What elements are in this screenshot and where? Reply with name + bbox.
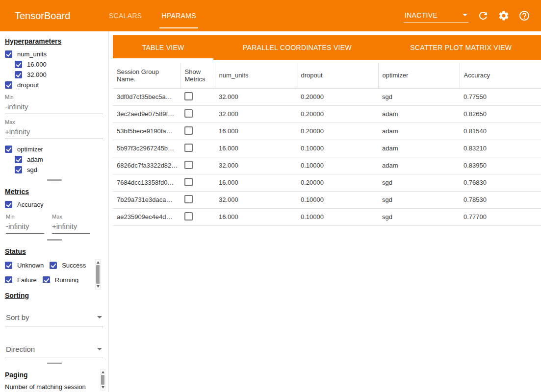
direction-select[interactable]: Direction: [5, 342, 103, 358]
show-metrics-checkbox[interactable]: [184, 144, 193, 152]
help-icon[interactable]: [518, 10, 530, 22]
status-failure-checkbox[interactable]: [5, 276, 12, 283]
dropout-cell: 0.10000: [297, 157, 378, 174]
reload-status-select[interactable]: INACTIVE: [404, 9, 468, 23]
num-units-32-checkbox[interactable]: [15, 71, 22, 78]
tab-hparams[interactable]: HPARAMS: [161, 0, 196, 31]
hparam-optimizer[interactable]: optimizer: [5, 144, 103, 154]
hyperparameters-heading: Hyperparameters: [5, 37, 103, 45]
show-metrics-cell: [180, 157, 215, 174]
accuracy-cell: 0.77550: [460, 88, 541, 105]
chevron-down-icon: [463, 14, 467, 16]
optimizer-checkbox[interactable]: [5, 146, 12, 153]
accuracy-checkbox[interactable]: [5, 201, 12, 208]
hparam-num-units-value-16[interactable]: 16.000: [15, 59, 103, 70]
show-metrics-checkbox[interactable]: [184, 178, 193, 186]
optimizer-sgd-checkbox[interactable]: [15, 166, 22, 173]
status-failure[interactable]: Failure: [5, 275, 37, 283]
dropout-cell: 0.20000: [297, 88, 378, 105]
scrollbar-thumb[interactable]: [101, 375, 104, 385]
gear-icon[interactable]: [498, 10, 510, 22]
metric-max-input[interactable]: [52, 220, 90, 234]
column-header-dropout[interactable]: dropout: [297, 63, 378, 88]
status-scrollbar[interactable]: [95, 259, 101, 290]
paging-heading: Paging: [5, 371, 98, 379]
num-units-16-checkbox[interactable]: [15, 61, 22, 68]
optimizer-cell: sgd: [378, 191, 460, 208]
section-resize-handle[interactable]: [0, 176, 108, 184]
show-metrics-cell: [180, 88, 215, 105]
metric-min-label: Min: [6, 214, 44, 220]
tab-parallel-coordinates-view[interactable]: PARALLEL COORDINATES VIEW: [213, 35, 381, 60]
scroll-up-icon[interactable]: [102, 371, 104, 373]
metric-max-group: Max: [52, 214, 90, 234]
show-metrics-checkbox[interactable]: [184, 212, 193, 220]
optimizer-cell: adam: [378, 122, 460, 140]
column-header-num-units[interactable]: num_units: [215, 63, 297, 88]
status-unknown-label: Unknown: [17, 262, 44, 269]
status-running[interactable]: Running: [43, 275, 78, 283]
status-options: Unknown Success Failure Running: [5, 259, 93, 283]
metric-min-input[interactable]: [6, 220, 44, 234]
accuracy-cell: 0.76830: [460, 174, 541, 191]
column-header-show-metrics[interactable]: Show Metrics: [180, 63, 215, 88]
table-body: 3df0d7cf35bec5a…32.0000.20000sgd0.775503…: [113, 88, 541, 225]
hparam-dropout[interactable]: dropout: [5, 80, 103, 90]
num-units-checkbox[interactable]: [5, 50, 12, 58]
dropout-min-group: Min: [5, 94, 103, 114]
status-unknown[interactable]: Unknown: [5, 260, 44, 270]
optimizer-cell: sgd: [378, 174, 460, 191]
dropout-cell: 0.20000: [297, 122, 378, 140]
status-running-checkbox[interactable]: [43, 276, 50, 283]
show-metrics-checkbox[interactable]: [184, 161, 193, 169]
section-resize-handle[interactable]: [0, 236, 108, 244]
show-metrics-checkbox[interactable]: [184, 195, 193, 203]
optimizer-label: optimizer: [17, 146, 43, 153]
paging-scrollbar[interactable]: [100, 369, 105, 391]
hparam-num-units-value-32[interactable]: 32.000: [15, 70, 103, 80]
status-unknown-checkbox[interactable]: [5, 262, 12, 269]
scroll-up-icon[interactable]: [97, 261, 100, 264]
optimizer-adam-checkbox[interactable]: [15, 156, 22, 163]
refresh-icon[interactable]: [477, 10, 489, 22]
tab-scatter-plot-matrix-view[interactable]: SCATTER PLOT MATRIX VIEW: [381, 35, 541, 60]
dropout-cell: 0.20000: [297, 174, 378, 191]
app-title: TensorBoard: [15, 0, 99, 31]
scroll-down-icon[interactable]: [102, 386, 104, 389]
section-resize-handle[interactable]: [0, 359, 108, 367]
status-success-checkbox[interactable]: [50, 262, 57, 269]
show-metrics-checkbox[interactable]: [184, 109, 193, 118]
num-units-cell: 16.000: [215, 140, 297, 157]
table-row: 5b97f3c2967245b…16.0000.10000adam0.83210: [113, 140, 541, 157]
scroll-down-icon[interactable]: [97, 285, 100, 288]
hparam-optimizer-adam[interactable]: adam: [15, 154, 103, 165]
scrollbar-thumb[interactable]: [96, 265, 100, 284]
num-units-cell: 32.000: [215, 191, 297, 208]
tab-scalars[interactable]: SCALARS: [109, 0, 142, 31]
num-units-label: num_units: [17, 50, 47, 58]
show-metrics-cell: [180, 208, 215, 225]
dropout-min-label: Min: [5, 94, 103, 100]
tab-table-view[interactable]: TABLE VIEW: [113, 35, 213, 60]
metric-accuracy[interactable]: Accuracy: [5, 199, 103, 210]
dropout-checkbox[interactable]: [5, 81, 12, 89]
table-row: 3ec2aed9e07589f…32.0000.20000adam0.82650: [113, 105, 541, 122]
column-header-accuracy[interactable]: Accuracy: [460, 63, 541, 88]
dropout-cell: 0.10000: [297, 208, 378, 225]
sort-by-select[interactable]: Sort by: [5, 310, 103, 326]
show-metrics-checkbox[interactable]: [184, 126, 193, 135]
num-units-cell: 32.000: [215, 157, 297, 174]
status-success[interactable]: Success: [50, 260, 86, 270]
hparam-optimizer-sgd[interactable]: sgd: [15, 165, 103, 175]
sidebar: Hyperparameters num_units 16.000 32.000 …: [0, 31, 109, 392]
show-metrics-checkbox[interactable]: [184, 92, 193, 100]
session-group-name-cell: 7b29a731e3daca…: [113, 191, 180, 208]
dropout-min-input[interactable]: [5, 100, 103, 114]
table-row: 6826dc7fa3322d82…32.0000.10000adam0.8395…: [113, 157, 541, 174]
dropout-max-input[interactable]: [5, 125, 103, 139]
column-header-session-group-name[interactable]: Session Group Name.: [113, 63, 180, 88]
header-actions: INACTIVE: [404, 0, 541, 31]
show-metrics-cell: [180, 191, 215, 208]
column-header-optimizer[interactable]: optimizer: [378, 63, 460, 88]
hparam-num-units[interactable]: num_units: [5, 49, 103, 59]
